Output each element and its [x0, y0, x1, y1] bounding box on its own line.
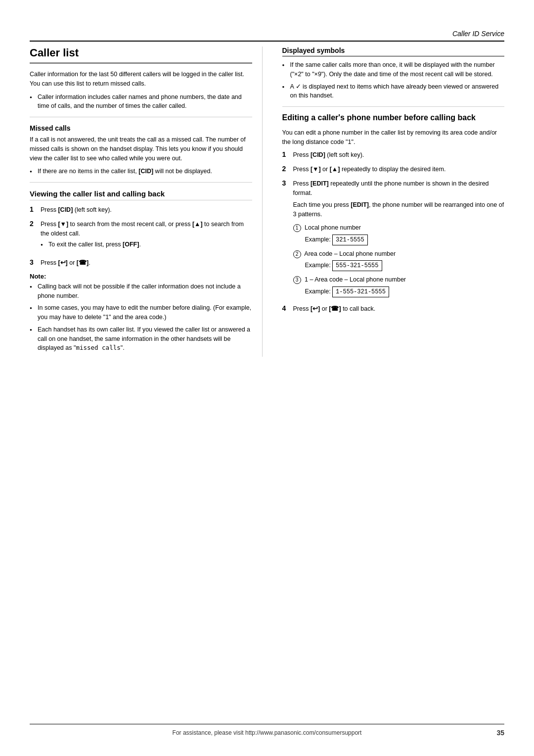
right-column: Displayed symbols If the same caller cal…: [282, 47, 505, 357]
step-num-3: 3: [30, 258, 41, 266]
note-bullet-2: In some cases, you may have to edit the …: [30, 303, 252, 322]
page: Caller ID Service Caller list Caller inf…: [0, 0, 534, 756]
note-bullet-1: Calling back will not be possible if the…: [30, 282, 252, 301]
pattern-1-label: Local phone number: [305, 224, 361, 231]
pattern-1: 1 Local phone number: [293, 223, 505, 233]
page-footer: For assistance, please visit http://www.…: [30, 724, 504, 736]
edit-step-num-4: 4: [282, 304, 293, 312]
missed-calls-bullets: If there are no items in the caller list…: [30, 167, 252, 176]
example-label-3: Example:: [305, 288, 331, 295]
edit-step-1-content: Press [CID] (left soft key).: [293, 150, 505, 160]
edit-step-3: 3 Press [EDIT] repeatedly until the phon…: [282, 179, 505, 299]
intro-bullets: Caller information includes caller names…: [30, 93, 252, 111]
missed-calls-bullet: If there are no items in the caller list…: [30, 167, 252, 176]
note-label: Note:: [30, 273, 252, 280]
footer-text: For assistance, please visit http://www.…: [173, 729, 362, 736]
viewing-step-3: 3 Press [↩] or [☎].: [30, 258, 252, 268]
pattern-2-example: Example: 555-321-5555: [305, 260, 505, 271]
displayed-symbols-bullets: If the same caller calls more than once,…: [282, 60, 505, 100]
pattern-3: 3 1 – Area code – Local phone number: [293, 275, 505, 284]
step-3-content: Press [↩] or [☎].: [41, 258, 252, 268]
edit-step-2: 2 Press [▼] or [▲] repeatedly to display…: [282, 165, 505, 174]
example-value-2: 555-321-5555: [332, 260, 382, 271]
pattern-3-num: 3: [293, 276, 301, 284]
pattern-1-num: 1: [293, 224, 301, 232]
divider-1: [30, 117, 252, 117]
example-value-1: 321-5555: [332, 235, 368, 245]
note-bullet-3: Each handset has its own caller list. If…: [30, 325, 252, 353]
edit-step-2-content: Press [▼] or [▲] repeatedly to display t…: [293, 165, 505, 174]
viewing-heading: Viewing the caller list and calling back: [30, 189, 252, 200]
pattern-3-example: Example: 1-555-321-5555: [305, 286, 505, 297]
edit-step-num-2: 2: [282, 165, 293, 173]
intro-bullet-1: Caller information includes caller names…: [30, 93, 252, 111]
pattern-2: 2 Area code – Local phone number: [293, 249, 505, 259]
edit-step-num-1: 1: [282, 150, 293, 158]
missed-calls-heading: Missed calls: [30, 124, 252, 132]
missed-calls-text: If a call is not answered, the unit trea…: [30, 135, 252, 163]
note-bullets: Calling back will not be possible if the…: [30, 282, 252, 353]
edit-step-1: 1 Press [CID] (left soft key).: [282, 150, 505, 160]
example-label-2: Example:: [305, 262, 331, 269]
editing-intro: You can edit a phone number in the calle…: [282, 128, 505, 147]
viewing-step-1: 1 Press [CID] (left soft key).: [30, 205, 252, 215]
section-title: Caller list: [30, 47, 252, 64]
edit-step-3-content: Press [EDIT] repeatedly until the phone …: [293, 179, 505, 299]
step-2-bullets: To exit the caller list, press [OFF].: [41, 240, 252, 249]
divider-2: [30, 182, 252, 183]
viewing-step-2: 2 Press [▼] to search from the most rece…: [30, 220, 252, 253]
displayed-symbols-heading: Displayed symbols: [282, 47, 505, 56]
left-column: Caller list Caller information for the l…: [30, 47, 263, 357]
example-label-1: Example:: [305, 236, 331, 243]
pattern-1-example: Example: 321-5555: [305, 235, 505, 245]
edit-step-4: 4 Press [↩] or [☎] to call back.: [282, 304, 505, 314]
step-2-content: Press [▼] to search from the most recent…: [41, 220, 252, 253]
example-value-3: 1-555-321-5555: [332, 286, 389, 297]
header-title: Caller ID Service: [452, 30, 504, 38]
edit-step-4-content: Press [↩] or [☎] to call back.: [293, 304, 505, 314]
page-number: 35: [496, 729, 504, 737]
editing-heading: Editing a caller's phone number before c…: [282, 113, 505, 123]
pattern-2-label: Area code – Local phone number: [304, 250, 396, 257]
displayed-symbols-bullet-1: If the same caller calls more than once,…: [282, 60, 505, 79]
intro-text: Caller information for the last 50 diffe…: [30, 70, 252, 89]
page-header: Caller ID Service: [30, 30, 504, 42]
pattern-3-label: 1 – Area code – Local phone number: [305, 276, 406, 283]
step-2-bullet: To exit the caller list, press [OFF].: [41, 240, 252, 249]
step-num-2: 2: [30, 220, 41, 228]
edit-step-3-extra: Each time you press [EDIT], the phone nu…: [293, 200, 505, 219]
edit-step-num-3: 3: [282, 179, 293, 187]
pattern-2-num: 2: [293, 250, 301, 258]
step-1-content: Press [CID] (left soft key).: [41, 205, 252, 215]
content-columns: Caller list Caller information for the l…: [30, 47, 504, 357]
divider-right-1: [282, 106, 505, 107]
step-num-1: 1: [30, 205, 41, 213]
displayed-symbols-bullet-2: A ✓ is displayed next to items which hav…: [282, 82, 505, 101]
